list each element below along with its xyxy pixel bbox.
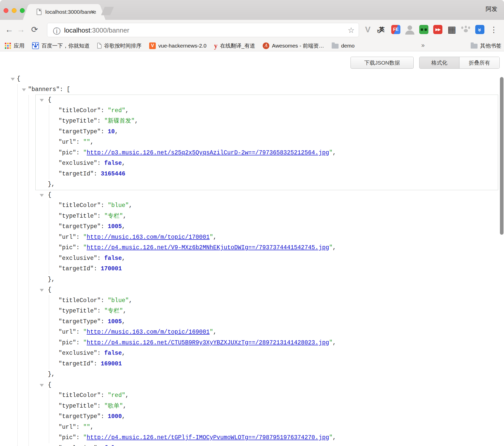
json-link[interactable]: http://p4.music.126.net/tGPljf-IMOCyPvum…: [87, 434, 329, 441]
json-row: "targetType": 10,: [36, 127, 498, 137]
bookmark-star-icon[interactable]: ☆: [348, 26, 355, 35]
minimize-window-button[interactable]: [12, 8, 17, 13]
bookmark-demo-folder[interactable]: demo: [332, 43, 355, 49]
json-object-open: {: [36, 190, 498, 201]
json-tree: {"banners": [{"titleColor": "red","typeT…: [0, 74, 498, 446]
collapse-all-button[interactable]: 折叠所有: [459, 57, 499, 68]
json-object-close: },: [36, 179, 498, 190]
window-controls: [4, 8, 25, 13]
json-row: "typeTitle": "专栏",: [36, 306, 498, 317]
bookmark-vue-hackernews[interactable]: V vue-hackernews-2.0: [149, 42, 206, 49]
json-row: "pic": "http://p4.music.126.net/CTU5B9R9…: [36, 338, 498, 348]
json-link[interactable]: http://p4.music.126.net/V9-MXz6b2MNhEKju…: [87, 244, 329, 251]
baidu-paw-icon: [32, 42, 39, 49]
json-row: "targetId": 3165446: [36, 169, 498, 180]
zoom-window-button[interactable]: [20, 8, 25, 13]
toolbar: ← → ⟳ ⓘ localhost:3000/banner ☆ V 英 FE ▶…: [0, 20, 504, 40]
json-link[interactable]: http://music.163.com/m/topic/170001: [87, 234, 209, 241]
video-extension-icon[interactable]: ▶▶: [432, 24, 443, 35]
youdao-icon: y: [214, 43, 218, 48]
chrome-menu-icon[interactable]: ⋮: [488, 24, 499, 35]
extension-icons: V 英 FE ▶▶ ▦ » ⋮: [362, 24, 499, 35]
apps-label: 应用: [14, 42, 24, 49]
json-row: "targetId": 170001: [36, 264, 498, 274]
format-button[interactable]: 格式化: [419, 57, 459, 68]
collapse-triangle-icon[interactable]: [40, 289, 44, 292]
json-row: "targetType": 1000,: [36, 411, 498, 422]
json-row: "exclusive": false,: [36, 253, 498, 264]
json-row: "titleColor": "red",: [36, 106, 498, 116]
collapse-triangle-icon[interactable]: [11, 78, 15, 81]
json-row: "typeTitle": "专栏",: [36, 211, 498, 222]
qr-code-extension-icon[interactable]: ▦: [446, 24, 457, 35]
json-root-open: {: [0, 74, 498, 84]
vue-icon: V: [149, 42, 156, 49]
json-link[interactable]: http://music.163.com/m/topic/169001: [87, 329, 209, 335]
collapse-triangle-icon[interactable]: [40, 384, 44, 387]
page-icon: [37, 9, 41, 15]
bookmarks-overflow-chevron[interactable]: »: [421, 42, 425, 49]
json-row: "typeTitle": "歌单",: [36, 401, 498, 412]
json-row: "titleColor": "blue",: [36, 200, 498, 211]
browser-window: localhost:3000/banner × 阿发 ← → ⟳ ⓘ local…: [0, 0, 504, 446]
fe-helper-icon[interactable]: FE: [390, 24, 401, 35]
scrollbar-thumb[interactable]: [500, 77, 503, 235]
json-row: "url": "http://music.163.com/m/topic/169…: [36, 327, 498, 338]
banner-item: {"titleColor": "blue","typeTitle": "专栏",…: [36, 285, 498, 380]
apps-grid-icon: [5, 42, 11, 49]
json-row: "exclusive": false,: [36, 158, 498, 169]
page-content: 下载JSON数据 格式化 折叠所有 {"banners": [{"titleCo…: [0, 51, 504, 446]
json-link[interactable]: http://p3.music.126.net/s25q2x5QyqsAzilC…: [87, 150, 329, 156]
bookmark-awesomes[interactable]: A Awesomes - 前端资…: [263, 42, 324, 49]
paw-extension-icon[interactable]: [460, 24, 471, 35]
person-extension-icon[interactable]: [404, 24, 415, 35]
translate-extension-icon[interactable]: 英: [376, 24, 387, 35]
profile-name[interactable]: 阿发: [486, 5, 497, 13]
json-row: "targetType": 1005,: [36, 317, 498, 327]
json-row: "pic": "http://p3.music.126.net/s25q2x5Q…: [36, 148, 498, 158]
json-row: "exclusive": false,: [36, 443, 498, 446]
url-text: localhost:3000/banner: [64, 26, 129, 34]
address-bar[interactable]: ⓘ localhost:3000/banner ☆: [47, 23, 359, 37]
banner-item: {"titleColor": "blue","typeTitle": "专栏",…: [36, 190, 498, 285]
vue-devtools-icon[interactable]: V: [362, 24, 373, 35]
banner-item: {"titleColor": "red","typeTitle": "新碟首发"…: [36, 95, 498, 190]
json-row: "targetType": 1005,: [36, 221, 498, 232]
bookmark-google-sort[interactable]: 谷歌按时间排序: [97, 42, 142, 49]
bookmarks-bar: 应用 百度一下，你就知道 谷歌按时间排序 V vue-hackernews-2.…: [0, 40, 504, 51]
tampermonkey-icon[interactable]: [418, 24, 429, 35]
json-row: "pic": "http://p4.music.126.net/tGPljf-I…: [36, 433, 498, 443]
apps-shortcut[interactable]: 应用: [5, 42, 24, 49]
url-host: localhost: [64, 26, 90, 34]
forward-button[interactable]: →: [15, 23, 27, 36]
banner-item: {"titleColor": "red","typeTitle": "歌单","…: [36, 380, 498, 446]
collapse-triangle-icon[interactable]: [40, 194, 44, 197]
other-bookmarks[interactable]: 其他书签: [471, 40, 501, 51]
collapse-triangle-icon[interactable]: [40, 99, 44, 102]
collapse-triangle-icon[interactable]: [22, 88, 26, 91]
json-link[interactable]: http://p4.music.126.net/CTU5B9R9y3XyYBZX…: [87, 339, 329, 346]
json-array-key: "banners": [: [0, 84, 498, 95]
page-info-icon[interactable]: ⓘ: [53, 26, 61, 37]
json-row: "url": "",: [36, 422, 498, 433]
tab-close-icon[interactable]: ×: [91, 8, 94, 15]
download-helper-icon[interactable]: »: [474, 24, 485, 35]
view-mode-toggle: 格式化 折叠所有: [419, 57, 500, 69]
bookmark-baidu[interactable]: 百度一下，你就知道: [32, 42, 90, 49]
json-object-open: {: [36, 285, 498, 295]
json-row: "titleColor": "red",: [36, 390, 498, 401]
new-tab-button[interactable]: [101, 7, 114, 15]
json-row: "exclusive": false,: [36, 348, 498, 359]
back-button[interactable]: ←: [3, 23, 15, 36]
reload-button[interactable]: ⟳: [29, 23, 41, 36]
folder-icon: [332, 44, 339, 49]
browser-tab[interactable]: localhost:3000/banner ×: [30, 4, 99, 20]
download-json-button[interactable]: 下载JSON数据: [351, 57, 414, 69]
awesomes-icon: A: [263, 42, 269, 49]
bookmark-youdao[interactable]: y 在线翻译_有道: [214, 42, 255, 49]
json-row: "url": "http://music.163.com/m/topic/170…: [36, 232, 498, 243]
close-window-button[interactable]: [4, 8, 8, 13]
json-object-close: },: [36, 274, 498, 285]
json-row: "typeTitle": "新碟首发",: [36, 116, 498, 127]
folder-icon: [471, 44, 478, 49]
